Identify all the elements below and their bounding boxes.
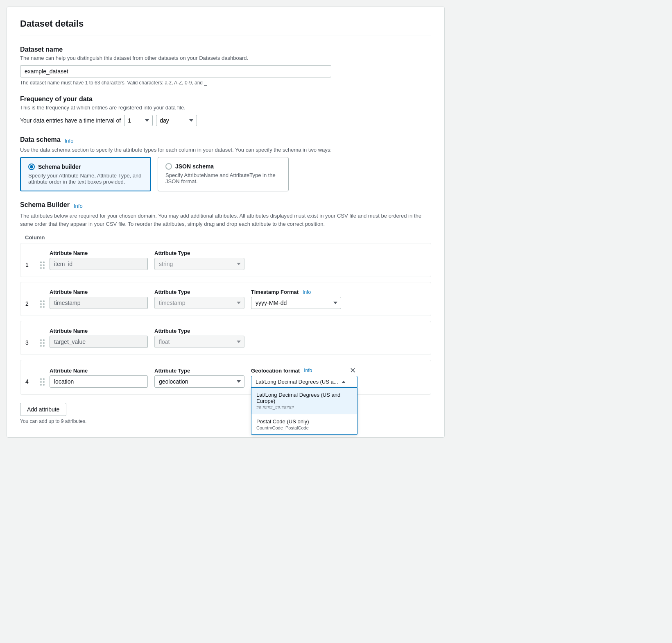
geo-option-postal-title: Postal Code (US only) xyxy=(256,418,352,425)
row-number-2: 2 xyxy=(25,289,35,307)
dataset-name-section: Dataset name The name can help you disti… xyxy=(20,46,431,86)
data-schema-info-link[interactable]: Info xyxy=(65,138,74,144)
geo-format-label-row: Geolocation format Info xyxy=(251,368,312,374)
attr-type-select-4[interactable]: geolocation string float int xyxy=(154,375,244,388)
attr-type-select-2: timestamp xyxy=(154,297,244,309)
attr-type-select-3: float xyxy=(154,336,244,348)
data-schema-label: Data schema xyxy=(20,136,61,143)
row-number-1: 1 xyxy=(25,250,35,268)
drag-handle-1[interactable] xyxy=(40,250,45,269)
page-title: Dataset details xyxy=(20,18,431,36)
geo-format-arrow-up-icon xyxy=(342,381,346,383)
attr-type-label-4: Attribute Type xyxy=(154,368,244,374)
json-schema-option-desc: Specify AttributeName and AttributeType … xyxy=(165,172,281,184)
dataset-name-input[interactable] xyxy=(20,65,331,77)
json-schema-radio[interactable] xyxy=(165,163,172,170)
attr-name-col-3: Attribute Name xyxy=(50,328,148,348)
page-container: Dataset details Dataset name The name ca… xyxy=(7,7,445,438)
attr-name-input-1 xyxy=(50,258,148,270)
schema-builder-option-desc: Specify your Attribute Name, Attribute T… xyxy=(28,173,143,185)
data-schema-section: Data schema Info Use the data schema sec… xyxy=(20,136,431,191)
attr-name-input-3 xyxy=(50,336,148,348)
geo-format-col: Geolocation format Info ✕ Lat/Long Decim… xyxy=(251,367,357,388)
attr-type-label-1: Attribute Type xyxy=(154,250,244,256)
attr-name-label-1: Attribute Name xyxy=(50,250,148,256)
timestamp-col-2: Timestamp Format Info yyyy-MM-dd MM/dd/y… xyxy=(251,289,341,309)
add-attribute-button[interactable]: Add attribute xyxy=(20,403,66,416)
attr-name-label-2: Attribute Name xyxy=(50,289,148,295)
drag-handle-2[interactable] xyxy=(40,289,45,308)
frequency-desc: This is the frequency at which entries a… xyxy=(20,105,431,111)
attr-name-col-1: Attribute Name xyxy=(50,250,148,270)
schema-builder-option-header: Schema builder xyxy=(28,164,143,170)
dataset-name-desc: The name can help you distinguish this d… xyxy=(20,55,431,61)
geo-format-info-link[interactable]: Info xyxy=(304,368,312,373)
schema-builder-radio[interactable] xyxy=(28,164,35,170)
attr-type-select-1: string xyxy=(154,258,244,270)
attr-type-col-3: Attribute Type float xyxy=(154,328,244,348)
data-schema-desc: Use the data schema section to specify t… xyxy=(20,147,431,153)
geo-format-label: Geolocation format xyxy=(251,368,300,374)
attr-type-col-4: Attribute Type geolocation string float … xyxy=(154,368,244,388)
attr-type-col-1: Attribute Type string xyxy=(154,250,244,270)
geo-dropdown-wrapper: Lat/Long Decimal Degrees (US a... Lat/Lo… xyxy=(251,376,357,388)
field-group-4: Attribute Name Attribute Type geolocatio… xyxy=(50,367,424,388)
timestamp-format-label: Timestamp Format xyxy=(251,289,299,295)
json-schema-option[interactable]: JSON schema Specify AttributeName and At… xyxy=(158,157,289,191)
attribute-row: 1 Attribute Name Attribute Type string xyxy=(20,243,431,277)
json-schema-option-title: JSON schema xyxy=(175,163,214,170)
row-number-3: 3 xyxy=(25,328,35,346)
attr-name-col-2: Attribute Name xyxy=(50,289,148,309)
frequency-interval-select[interactable]: 1 2 3 xyxy=(124,115,153,126)
geo-dropdown-menu: Lat/Long Decimal Degrees (US and Europe)… xyxy=(251,388,357,435)
attr-type-label-2: Attribute Type xyxy=(154,289,244,295)
geo-option-postal[interactable]: Postal Code (US only) CountryCode_Postal… xyxy=(251,414,357,434)
field-group-3: Attribute Name Attribute Type float xyxy=(50,328,424,348)
attribute-row-3: 3 Attribute Name Attribute Type float xyxy=(20,321,431,355)
geo-option-postal-subtitle: CountryCode_PostalCode xyxy=(256,425,352,430)
frequency-section: Frequency of your data This is the frequ… xyxy=(20,95,431,126)
frequency-unit-select[interactable]: day hour week month xyxy=(156,115,197,126)
schema-builder-section: Schema Builder Info The attributes below… xyxy=(20,201,431,424)
column-header: Column xyxy=(20,234,431,241)
schema-builder-option-title: Schema builder xyxy=(38,164,81,170)
geo-format-selected-value: Lat/Long Decimal Degrees (US a... xyxy=(256,379,338,385)
json-schema-option-header: JSON schema xyxy=(165,163,281,170)
schema-builder-title: Schema Builder xyxy=(20,201,70,209)
geo-format-close-button[interactable]: ✕ xyxy=(348,367,357,374)
schema-builder-info-link[interactable]: Info xyxy=(74,203,83,209)
geo-format-dropdown-trigger[interactable]: Lat/Long Decimal Degrees (US a... xyxy=(251,376,357,388)
field-group-1: Attribute Name Attribute Type string xyxy=(50,250,424,270)
geo-option-latlong[interactable]: Lat/Long Decimal Degrees (US and Europe)… xyxy=(251,388,357,414)
schema-builder-desc: The attributes below are required for yo… xyxy=(20,212,431,228)
drag-handle-3[interactable] xyxy=(40,328,45,347)
can-add-text: You can add up to 9 attributes. xyxy=(20,418,431,424)
schema-builder-option[interactable]: Schema builder Specify your Attribute Na… xyxy=(20,157,151,191)
row-number-4: 4 xyxy=(25,367,35,385)
field-group-2: Attribute Name Attribute Type timestamp … xyxy=(50,289,424,309)
attr-name-label-3: Attribute Name xyxy=(50,328,148,334)
attr-type-label-3: Attribute Type xyxy=(154,328,244,334)
frequency-row: Your data entries have a time interval o… xyxy=(20,115,431,126)
schema-options: Schema builder Specify your Attribute Na… xyxy=(20,157,431,191)
attr-name-input-4[interactable] xyxy=(50,375,148,388)
attribute-row-4: 4 Attribute Name Attribute Type geolocat… xyxy=(20,360,431,395)
geo-option-latlong-title: Lat/Long Decimal Degrees (US and Europe) xyxy=(256,392,352,404)
attr-name-col-4: Attribute Name xyxy=(50,368,148,388)
add-attribute-label: Add attribute xyxy=(27,406,59,413)
geo-option-latlong-subtitle: ##.####_##.##### xyxy=(256,405,352,410)
frequency-label: Frequency of your data xyxy=(20,95,431,103)
attr-name-input-2 xyxy=(50,297,148,309)
attribute-row-2: 2 Attribute Name Attribute Type timestam… xyxy=(20,282,431,316)
dataset-name-label: Dataset name xyxy=(20,46,431,53)
dataset-name-hint: The dataset name must have 1 to 63 chara… xyxy=(20,80,431,86)
drag-handle-4[interactable] xyxy=(40,367,45,386)
timestamp-format-select[interactable]: yyyy-MM-dd MM/dd/yyyy dd-MM-yyyy xyxy=(251,297,341,309)
timestamp-format-info-link[interactable]: Info xyxy=(303,289,311,295)
attr-name-label-4: Attribute Name xyxy=(50,368,148,374)
frequency-row-label: Your data entries have a time interval o… xyxy=(20,117,121,124)
geo-format-header: Geolocation format Info ✕ xyxy=(251,367,357,374)
attr-type-col-2: Attribute Type timestamp xyxy=(154,289,244,309)
